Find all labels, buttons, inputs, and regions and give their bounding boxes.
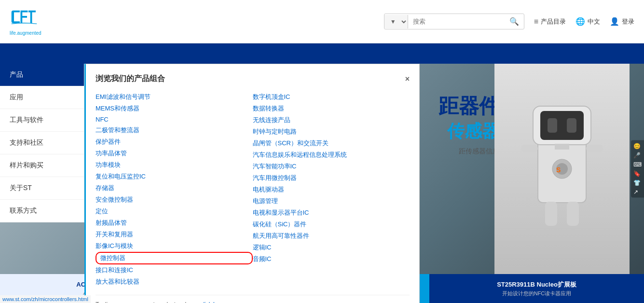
catalog-nav-item[interactable]: ≡ 产品目录 [534,17,566,26]
svg-rect-6 [521,145,538,152]
product-mems[interactable]: MEMS和传感器 [96,103,253,114]
sidebar-item-contact[interactable]: 联系方式 [0,200,84,222]
language-icon: 🌐 [575,17,585,26]
header: life.augmented ▼ 🔍 ≡ 产品目录 🌐 中文 👤 登录 [0,0,644,43]
product-display[interactable]: 电视和显示器平台IC [253,207,410,219]
product-data-converter[interactable]: 数据转换器 [253,103,410,114]
product-protection[interactable]: 保护器件 [96,136,253,148]
search-input[interactable] [408,15,505,28]
top-nav-bar [0,43,644,64]
product-clock[interactable]: 时钟与定时电路 [253,126,410,138]
catalog-label: 产品目录 [541,17,566,26]
search-dropdown[interactable]: ▼ [384,15,408,28]
svg-rect-9 [567,202,579,226]
search-button[interactable]: 🔍 [505,14,524,29]
product-col-1: EMI滤波和信号调节 MEMS和传感器 NFC 二极管和整流器 保护器件 功率晶… [96,91,253,288]
sidebar-item-about[interactable]: 关于ST [0,177,84,200]
product-motor[interactable]: 电机驱动器 [253,184,410,195]
product-mcu[interactable]: 微控制器 [96,252,253,264]
product-grid: EMI滤波和信号调节 MEMS和传感器 NFC 二极管和整流器 保护器件 功率晶… [96,91,410,288]
svg-rect-2 [540,111,584,140]
product-aero[interactable]: 航天用高可靠性器件 [253,230,410,242]
toolbar-icon-4[interactable]: 🔖 [633,170,642,177]
language-label: 中文 [588,17,600,26]
sidebar-item-samples[interactable]: 样片和购买 [0,154,84,177]
hero-subtitle: 距传感器信息 [438,147,499,156]
product-image-ic[interactable]: 影像IC与模块 [96,240,253,252]
hero-title-1: 距器件 [438,93,499,120]
product-amp[interactable]: 放大器和比较器 [96,276,253,288]
product-rf-transistor[interactable]: 射频晶体管 [96,217,253,229]
panel-footer: To discover our newest products, please … [96,295,410,303]
product-power-transistor[interactable]: 功率晶体管 [96,148,253,159]
url-bar: www.st.com/zh/microcontrollers.html [0,295,91,303]
logo-area: life.augmented [10,8,41,36]
product-col-2: 数字机顶盒IC 数据转换器 无线连接产品 时钟与定时电路 晶闸管（SCR）和交流… [253,91,410,288]
product-memory[interactable]: 存储器 [96,182,253,194]
logo-tagline: life.augmented [10,30,41,36]
product-nfc[interactable]: NFC [96,114,253,124]
product-audio[interactable]: 音频IC [253,253,410,265]
robot-svg: S [514,92,610,246]
product-auto-power[interactable]: 汽车智能功率IC [253,161,410,172]
sidebar-item-products[interactable]: 产品 [0,64,84,86]
footer-text: To discover our newest products, please [96,301,200,303]
product-logic[interactable]: 逻辑IC [253,242,410,253]
st-logo [10,8,39,29]
footer-link[interactable]: click here [200,301,225,303]
product-secure-mcu[interactable]: 安全微控制器 [96,194,253,206]
svg-rect-5 [555,144,569,150]
catalog-icon: ≡ [534,17,538,26]
product-interface[interactable]: 接口和连接IC [96,264,253,276]
header-nav: ≡ 产品目录 🌐 中文 👤 登录 [534,17,634,26]
product-thyristor[interactable]: 晶闸管（SCR）和交流开关 [253,138,410,149]
sidebar-item-tools[interactable]: 工具与软件 [0,109,84,132]
toolbar-icon-1[interactable]: 😊 [633,143,642,150]
side-nav: 产品 应用 工具与软件 支持和社区 样片和购买 关于ST 联系方式 [0,64,84,222]
product-power-mgmt[interactable]: 电源管理 [253,195,410,207]
url-text: www.st.com/zh/microcontrollers.html [2,296,88,302]
banner-nfc-reader[interactable]: ST25R3911B Nucleo扩展板 开始设计您的NFC读卡器应用 [429,274,644,303]
product-switch[interactable]: 开关和复用器 [96,229,253,240]
product-positioning[interactable]: 定位 [96,206,253,217]
product-auto-info[interactable]: 汽车信息娱乐和远程信息处理系统 [253,149,410,161]
hero-title-2: 传感器 [438,120,499,143]
product-power-module[interactable]: 功率模块 [96,159,253,171]
product-diodes[interactable]: 二极管和整流器 [96,124,253,136]
product-wireless[interactable]: 无线连接产品 [253,114,410,126]
header-right: ▼ 🔍 ≡ 产品目录 🌐 中文 👤 登录 [384,14,634,29]
product-auto-mcu[interactable]: 汽车用微控制器 [253,172,410,184]
svg-rect-4 [567,118,576,133]
product-reset-ic[interactable]: 复位和电压监控IC [96,171,253,182]
toolbar-icon-5[interactable]: 👕 [633,179,642,186]
panel-close-button[interactable]: × [405,75,410,83]
panel-title: 浏览我们的产品组合 × [96,74,410,84]
product-emi[interactable]: EMI滤波和信号调节 [96,91,253,103]
toolbar-icon-6[interactable]: ↗ [633,189,642,195]
sidebar-item-applications[interactable]: 应用 [0,86,84,109]
panel-title-text: 浏览我们的产品组合 [96,74,165,84]
svg-rect-8 [545,202,557,226]
hero-text-block: 距器件 传感器 距传感器信息 [438,93,499,156]
hero-robot: S [494,64,630,274]
login-nav-item[interactable]: 👤 登录 [610,17,634,26]
language-nav-item[interactable]: 🌐 中文 [575,17,600,26]
user-icon: 👤 [610,17,619,26]
toolbar-icon-3[interactable]: ⌨ [633,161,642,168]
banner-nfc-title: ST25R3911B Nucleo扩展板 [497,280,576,289]
product-sic[interactable]: 碳化硅（SiC）器件 [253,219,410,230]
product-stb[interactable]: 数字机顶盒IC [253,91,410,103]
sidebar-item-support[interactable]: 支持和社区 [0,132,84,154]
product-panel: 浏览我们的产品组合 × EMI滤波和信号调节 MEMS和传感器 NFC 二极管和… [84,64,420,303]
login-label: 登录 [622,17,634,26]
banner-nfc-subtitle: 开始设计您的NFC读卡器应用 [502,290,572,297]
svg-text:S: S [556,166,561,174]
svg-rect-3 [548,118,557,133]
toolbar: 😊 🎤 ⌨ 🔖 👕 ↗ [631,140,644,198]
svg-rect-7 [586,145,603,152]
search-box: ▼ 🔍 [384,14,524,29]
toolbar-icon-2[interactable]: 🎤 [633,152,642,159]
